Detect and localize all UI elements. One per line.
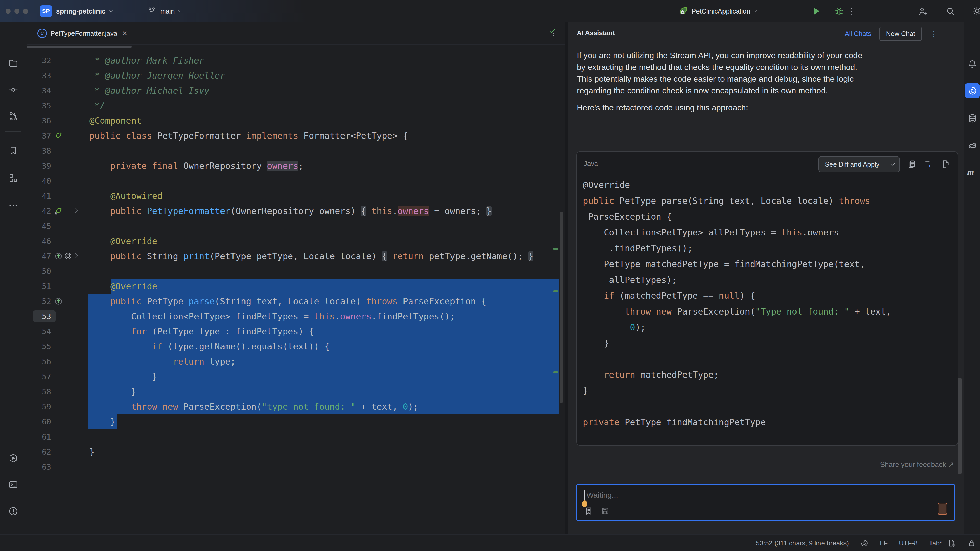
branch-name[interactable]: main (160, 7, 175, 15)
tab-pettypeformatter[interactable]: C PetTypeFormatter.java ✕ (32, 22, 132, 44)
create-file-icon[interactable] (941, 159, 950, 169)
spring-arrow-gutter-icon[interactable] (54, 206, 63, 215)
prompt-library-icon[interactable] (584, 506, 593, 516)
code-text[interactable]: private final OwnerRepository owners; (89, 159, 304, 173)
code-line-55[interactable]: 55 if (type.getName().equals(text)) { (27, 339, 565, 354)
code-line-34[interactable]: 34 * @author Michael Isvy (27, 83, 565, 98)
window-controls[interactable] (6, 0, 32, 22)
hide-panel-icon[interactable]: — (946, 29, 953, 38)
change-marker[interactable] (553, 248, 558, 250)
project-name[interactable]: spring-petclinic (56, 7, 106, 15)
vcs-widget[interactable]: main (147, 0, 183, 22)
line-separator[interactable]: LF (880, 539, 888, 547)
caret-position[interactable]: 53:52 (311 chars, 9 line breaks) (756, 539, 849, 547)
change-marker[interactable] (553, 372, 558, 373)
code-text[interactable]: throw new ParseException("type not found… (89, 399, 418, 414)
code-line-32[interactable]: 32 * @author Mark Fisher (27, 53, 565, 68)
run-widget[interactable]: PetClinicApplication (678, 0, 759, 22)
panel-options-icon[interactable]: ⋮ (930, 29, 938, 38)
editor-scrollbar[interactable] (560, 212, 563, 403)
code-text[interactable]: @Autowired (89, 189, 162, 203)
run-button[interactable] (811, 6, 821, 16)
fold-chevron-icon[interactable] (73, 206, 81, 214)
notifications-icon[interactable] (967, 59, 977, 69)
services-tool-icon[interactable] (8, 453, 18, 463)
stop-generation-button[interactable] (938, 503, 947, 515)
code-text[interactable]: @Override (89, 279, 157, 294)
structure-tool-icon[interactable] (8, 173, 18, 183)
indent-style[interactable]: Tab* (929, 539, 942, 547)
code-line-33[interactable]: 33 * @author Juergen Hoeller (27, 68, 565, 83)
tab-title[interactable]: PetTypeFormatter.java (51, 30, 118, 38)
code-line-53[interactable]: 53 Collection<PetType> findPetTypes = th… (27, 309, 565, 324)
code-line-37[interactable]: 37public class PetTypeFormatter implemen… (27, 128, 565, 143)
code-line-60[interactable]: 60 } (27, 414, 565, 429)
more-actions-button[interactable]: ⋮ (848, 6, 856, 16)
code-text[interactable]: Collection<PetType> findPetTypes = this.… (89, 309, 455, 324)
writable-lock-icon[interactable] (967, 539, 976, 548)
code-line-63[interactable]: 63 (27, 459, 565, 475)
debug-button[interactable] (834, 6, 844, 16)
code-text[interactable]: return type; (89, 354, 235, 369)
code-line-58[interactable]: 58 } (27, 384, 565, 399)
code-line-59[interactable]: 59 throw new ParseException("type not fo… (27, 399, 565, 414)
code-text[interactable]: } (89, 384, 136, 399)
save-chat-icon[interactable] (600, 506, 610, 516)
horizontal-scrollbar[interactable] (27, 46, 132, 48)
settings-icon[interactable] (972, 6, 980, 16)
insert-at-caret-icon[interactable] (924, 159, 934, 169)
problems-tool-icon[interactable] (8, 506, 18, 516)
run-configuration[interactable]: PetClinicApplication (692, 7, 750, 15)
code-line-46[interactable]: 46 @Override (27, 233, 565, 249)
window-close-dot[interactable] (6, 9, 11, 14)
code-line-39[interactable]: 39 private final OwnerRepository owners; (27, 159, 565, 173)
code-text[interactable]: * @author Juergen Hoeller (89, 68, 225, 83)
code-line-45[interactable]: 45 (27, 219, 565, 233)
file-encoding[interactable]: UTF-8 (899, 539, 918, 547)
code-line-40[interactable]: 40 (27, 173, 565, 189)
fold-chevron-icon[interactable] (73, 251, 81, 260)
code-line-52[interactable]: 52 public PetType parse(String text, Loc… (27, 294, 565, 309)
chat-input[interactable]: Waiting... (576, 484, 956, 521)
more-tools-icon[interactable] (8, 200, 18, 211)
code-line-38[interactable]: 38 (27, 143, 565, 159)
gradle-tool-icon[interactable] (967, 141, 977, 151)
ai-assistant-tool-icon[interactable] (965, 83, 980, 98)
window-minimize-dot[interactable] (14, 9, 19, 14)
ai-panel-scrollbar[interactable] (958, 378, 962, 475)
database-tool-icon[interactable] (967, 113, 977, 124)
code-text[interactable]: public PetType parse(String text, Locale… (89, 294, 487, 309)
code-line-47[interactable]: 47 public String print(PetType petType, … (27, 249, 565, 264)
apply-dropdown-icon[interactable] (886, 161, 899, 168)
code-text[interactable]: * @author Michael Isvy (89, 83, 210, 98)
override-gutter-icon[interactable] (54, 297, 63, 306)
code-text[interactable]: } (89, 445, 94, 459)
code-text[interactable]: if (type.getName().equals(text)) { (89, 339, 330, 354)
code-with-me-icon[interactable] (918, 6, 928, 16)
code-text[interactable]: public String print(PetType petType, Loc… (89, 249, 533, 264)
all-chats-link[interactable]: All Chats (845, 30, 871, 38)
maven-tool-icon[interactable]: m (967, 167, 974, 177)
code-line-57[interactable]: 57 } (27, 369, 565, 384)
code-text[interactable]: * @author Mark Fisher (89, 53, 204, 68)
code-line-41[interactable]: 41 @Autowired (27, 189, 565, 203)
commit-tool-icon[interactable] (8, 85, 18, 95)
code-text[interactable]: } (89, 369, 157, 384)
change-marker[interactable] (553, 290, 558, 292)
window-maximize-dot[interactable] (23, 9, 28, 14)
split-divider[interactable] (565, 22, 568, 534)
terminal-tool-icon[interactable] (8, 480, 18, 490)
code-text[interactable]: for (PetType type : findPetTypes) { (89, 324, 314, 339)
close-icon[interactable]: ✕ (122, 30, 127, 38)
copy-icon[interactable] (907, 159, 917, 169)
file-properties-icon[interactable] (947, 539, 956, 548)
code-line-62[interactable]: 62} (27, 445, 565, 459)
spring-gutter-icon[interactable] (54, 131, 63, 140)
code-line-56[interactable]: 56 return type; (27, 354, 565, 369)
override-gutter-icon[interactable] (54, 252, 63, 260)
pull-requests-tool-icon[interactable] (8, 111, 18, 121)
code-text[interactable]: */ (89, 98, 105, 113)
code-line-51[interactable]: 51 @Override (27, 279, 565, 294)
project-widget[interactable]: SP spring-petclinic (40, 0, 114, 22)
code-line-42[interactable]: 42 public PetTypeFormatter(OwnerReposito… (27, 203, 565, 219)
